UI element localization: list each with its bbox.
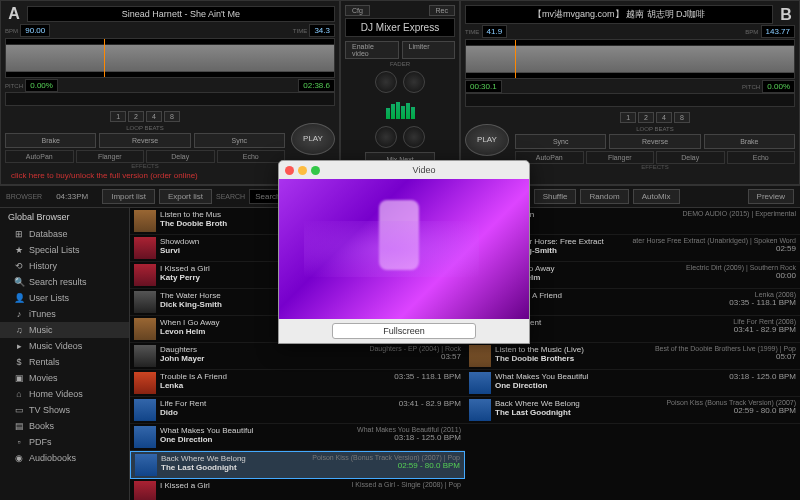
zoom-icon[interactable] xyxy=(311,166,320,175)
deck-b-sync[interactable]: Sync xyxy=(515,134,606,149)
sidebar-item-user-lists[interactable]: 👤User Lists xyxy=(0,290,129,306)
deck-a-fx-echo[interactable]: Echo xyxy=(217,150,286,163)
sidebar-item-audiobooks[interactable]: ◉Audiobooks xyxy=(0,450,129,466)
deck-b-loop-2[interactable]: 2 xyxy=(638,112,654,123)
deck-b-reverse[interactable]: Reverse xyxy=(609,134,700,149)
preview-button[interactable]: Preview xyxy=(748,189,794,204)
minimize-icon[interactable] xyxy=(298,166,307,175)
sidebar-item-label: History xyxy=(29,261,57,271)
track-artist: Dido xyxy=(160,408,395,417)
sidebar-item-label: Special Lists xyxy=(29,245,80,255)
album-art xyxy=(134,291,156,313)
folder-icon: 🔍 xyxy=(14,277,24,287)
sidebar-item-pdfs[interactable]: ▫PDFs xyxy=(0,434,129,450)
track-title: What Makes You Beautiful xyxy=(495,372,725,381)
deck-a-loop-1[interactable]: 1 xyxy=(110,111,126,122)
sidebar-item-label: Database xyxy=(29,229,68,239)
track-row[interactable]: DaughtersJohn MayerDaughters - EP (2004)… xyxy=(130,343,465,370)
sidebar-item-itunes[interactable]: ♪iTunes xyxy=(0,306,129,322)
video-content[interactable] xyxy=(279,179,529,319)
deck-b-fx-flanger[interactable]: Flanger xyxy=(586,151,655,164)
track-row[interactable]: Trouble Is A FriendLenka03:35 - 118.1 BP… xyxy=(130,370,465,397)
deck-a-overview[interactable] xyxy=(5,92,335,106)
sidebar-item-label: Books xyxy=(29,421,54,431)
automix-button[interactable]: AutoMix xyxy=(633,189,680,204)
sidebar-item-label: Audiobooks xyxy=(29,453,76,463)
eq-knob-right[interactable] xyxy=(403,126,425,148)
fullscreen-button[interactable]: Fullscreen xyxy=(332,323,476,339)
deck-b-overview[interactable] xyxy=(465,93,795,107)
deck-b-fx-echo[interactable]: Echo xyxy=(727,151,796,164)
deck-b-loop-4[interactable]: 4 xyxy=(656,112,672,123)
cfg-button[interactable]: Cfg xyxy=(345,5,370,16)
track-artist: Dido xyxy=(495,327,729,336)
deck-a-loop-2[interactable]: 2 xyxy=(128,111,144,122)
sidebar-item-books[interactable]: ▤Books xyxy=(0,418,129,434)
deck-a-play-button[interactable]: PLAY xyxy=(291,123,335,155)
track-row[interactable]: Back Where We BelongThe Last GoodnightPo… xyxy=(465,397,800,424)
track-row[interactable]: I Kissed a GirlI Kissed a Girl - Single … xyxy=(130,479,465,500)
deck-a-fx-flanger[interactable]: Flanger xyxy=(76,150,145,163)
deck-b-fx-delay[interactable]: Delay xyxy=(656,151,725,164)
enable-video-button[interactable]: Enable video xyxy=(345,41,399,59)
track-row[interactable]: Back Where We BelongThe Last GoodnightPo… xyxy=(130,451,465,479)
track-row[interactable]: What Makes You BeautifulOne DirectionWha… xyxy=(130,424,465,451)
track-duration: 03:35 - 118.1 BPM xyxy=(729,298,796,307)
deck-a-track-title: Sinead Harnett - She Ain't Me xyxy=(27,6,335,22)
deck-b-waveform[interactable] xyxy=(465,39,795,79)
deck-b-play-button[interactable]: PLAY xyxy=(465,124,509,156)
track-meta: ater Horse Free Extract (Unabridged) | S… xyxy=(632,237,796,244)
deck-a-sync[interactable]: Sync xyxy=(194,133,285,148)
gain-knob-a[interactable] xyxy=(375,71,397,93)
sidebar-item-history[interactable]: ⟲History xyxy=(0,258,129,274)
close-icon[interactable] xyxy=(285,166,294,175)
sidebar-item-database[interactable]: ⊞Database xyxy=(0,226,129,242)
folder-icon: 👤 xyxy=(14,293,24,303)
eq-knob-left[interactable] xyxy=(375,126,397,148)
export-list-button[interactable]: Export list xyxy=(159,189,212,204)
track-artist: John Mayer xyxy=(160,354,365,363)
gain-knob-b[interactable] xyxy=(403,71,425,93)
deck-a-brake[interactable]: Brake xyxy=(5,133,96,148)
sidebar-item-label: iTunes xyxy=(29,309,56,319)
track-row[interactable]: Listen to the Music (Live)The Doobie Bro… xyxy=(465,343,800,370)
deck-b-loop-8[interactable]: 8 xyxy=(674,112,690,123)
sidebar-item-label: PDFs xyxy=(29,437,52,447)
sidebar-item-search-results[interactable]: 🔍Search results xyxy=(0,274,129,290)
video-titlebar[interactable]: Video xyxy=(279,161,529,179)
sidebar-item-music[interactable]: ♫Music xyxy=(0,322,129,338)
sidebar-item-movies[interactable]: ▣Movies xyxy=(0,370,129,386)
deck-a-loop-4[interactable]: 4 xyxy=(146,111,162,122)
deck-a-reverse[interactable]: Reverse xyxy=(99,133,190,148)
album-art xyxy=(135,454,157,476)
track-duration: 03:41 - 82.9 BPM xyxy=(399,399,461,408)
random-button[interactable]: Random xyxy=(580,189,628,204)
video-window[interactable]: Video Fullscreen xyxy=(278,160,530,344)
shuffle-button[interactable]: Shuffle xyxy=(534,189,577,204)
sidebar-item-rentals[interactable]: $Rentals xyxy=(0,354,129,370)
folder-icon: $ xyxy=(14,357,24,367)
deck-a-loop-8[interactable]: 8 xyxy=(164,111,180,122)
deck-b-loop-1[interactable]: 1 xyxy=(620,112,636,123)
sidebar-item-tv-shows[interactable]: ▭TV Shows xyxy=(0,402,129,418)
rec-button[interactable]: Rec xyxy=(429,5,455,16)
sidebar-item-home-videos[interactable]: ⌂Home Videos xyxy=(0,386,129,402)
track-duration: 02:59 xyxy=(632,244,796,253)
sidebar-item-music-videos[interactable]: ▸Music Videos xyxy=(0,338,129,354)
folder-icon: ⌂ xyxy=(14,389,24,399)
track-row[interactable]: What Makes You BeautifulOne Direction03:… xyxy=(465,370,800,397)
limiter-button[interactable]: Limiter xyxy=(402,41,456,59)
folder-icon: ★ xyxy=(14,245,24,255)
deck-b-brake[interactable]: Brake xyxy=(704,134,795,149)
import-list-button[interactable]: Import list xyxy=(102,189,155,204)
deck-a-fx-autopan[interactable]: AutoPan xyxy=(5,150,74,163)
track-row[interactable]: Life For RentDido03:41 - 82.9 BPM xyxy=(130,397,465,424)
album-art xyxy=(469,399,491,421)
folder-icon: ⊞ xyxy=(14,229,24,239)
deck-a-waveform[interactable] xyxy=(5,38,335,78)
deck-a-bpm: 90.00 xyxy=(20,24,50,37)
deck-a-fx-delay[interactable]: Delay xyxy=(146,150,215,163)
track-title: Life For Rent xyxy=(495,318,729,327)
sidebar-item-special-lists[interactable]: ★Special Lists xyxy=(0,242,129,258)
deck-b-track-title: 【mv港mvgang.com】 越南 胡志明 DJ咖啡 xyxy=(465,5,773,24)
